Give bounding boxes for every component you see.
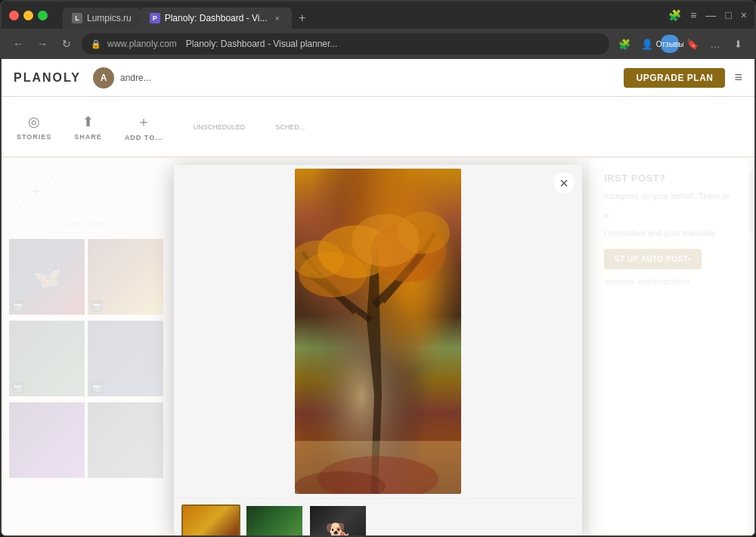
tab-lumpics[interactable]: L Lumpics.ru xyxy=(63,8,141,29)
download-icon[interactable]: ⬇ xyxy=(729,35,747,53)
user-avatar[interactable]: A xyxy=(93,67,114,88)
lumpics-favicon: L xyxy=(72,13,82,23)
lock-icon: 🔒 xyxy=(91,39,101,49)
planoly-favicon: P xyxy=(150,13,160,23)
add-to-button[interactable]: ＋ ADD TO... xyxy=(125,113,163,141)
browser-titlebar: L Lumpics.ru P Planoly: Dashboard - Vi..… xyxy=(2,2,754,29)
tab-close-icon[interactable]: × xyxy=(272,13,283,23)
add-label: ADD TO... xyxy=(125,134,163,141)
feedback-button[interactable]: Отзывы xyxy=(661,35,679,53)
unscheduled-status: UNSCHEDULED xyxy=(194,123,246,131)
back-button[interactable]: ← xyxy=(9,35,27,53)
stories-label: STORIES xyxy=(17,133,51,141)
toolbar-actions: 🧩 👤 Отзывы 🔖 … ⬇ xyxy=(615,35,747,53)
extensions-toolbar-icon[interactable]: 🧩 xyxy=(615,35,634,53)
maximize-window-button[interactable] xyxy=(38,11,48,20)
autumn-tree-image xyxy=(295,169,461,494)
address-bar[interactable]: 🔒 www.planoly.com Planoly: Dashboard - V… xyxy=(82,33,609,54)
thumbnail-3[interactable] xyxy=(308,504,367,535)
minimize-window-button[interactable] xyxy=(23,11,33,20)
modal-container: × xyxy=(174,165,582,535)
share-button[interactable]: ⬆ SHARE xyxy=(74,113,102,141)
planoly-header: PLANOLY A andre... UPGRADE PLAN ≡ xyxy=(2,59,754,97)
thumbnail-2[interactable] xyxy=(245,504,304,535)
address-text: www.planoly.com xyxy=(107,39,177,49)
tab-planoly[interactable]: P Planoly: Dashboard - Vi... × xyxy=(141,8,292,29)
user-name: andre... xyxy=(120,73,151,83)
window-maximize-icon[interactable]: □ xyxy=(725,9,731,21)
main-preview-image xyxy=(295,169,461,494)
stories-button[interactable]: ◎ STORIES xyxy=(17,113,51,141)
scheduled-status: SCHED... xyxy=(275,123,305,131)
modal-overlay: × xyxy=(2,157,754,535)
thumbnail-dog-image xyxy=(310,506,366,535)
header-user-section: A andre... xyxy=(93,67,151,88)
tree-svg-overlay xyxy=(295,169,461,494)
tab-bar: L Lumpics.ru P Planoly: Dashboard - Vi..… xyxy=(63,2,661,29)
page-title-text: Planoly: Dashboard - Visual planner... xyxy=(186,39,338,49)
refresh-button[interactable]: ↻ xyxy=(57,35,76,53)
modal-thumbnails xyxy=(174,498,582,535)
menu-button[interactable]: ≡ xyxy=(690,9,696,21)
close-window-button[interactable] xyxy=(9,11,19,20)
window-close-icon[interactable]: × xyxy=(741,9,747,21)
browser-toolbar: ← → ↻ 🔒 www.planoly.com Planoly: Dashboa… xyxy=(2,29,754,59)
traffic-lights xyxy=(9,11,48,20)
window-minimize-icon[interactable]: — xyxy=(705,9,716,21)
bookmark-icon[interactable]: 🔖 xyxy=(683,35,702,53)
planoly-subheader: ◎ STORIES ⬆ SHARE ＋ ADD TO... UNSCHEDULE… xyxy=(2,97,754,157)
header-menu-icon[interactable]: ≡ xyxy=(734,70,742,85)
modal-close-button[interactable]: × xyxy=(553,172,575,194)
thumbnail-leaves-image xyxy=(183,506,239,535)
thumbnail-1[interactable] xyxy=(181,504,240,535)
profile-icon[interactable]: 👤 xyxy=(638,35,656,53)
svg-point-6 xyxy=(352,214,420,267)
share-label: SHARE xyxy=(74,133,102,141)
upgrade-plan-button[interactable]: UPGRADE PLAN xyxy=(624,68,725,88)
share-icon: ⬆ xyxy=(82,113,94,130)
modal-image-area xyxy=(174,165,582,498)
main-area: + ADD STORY 📷 📷 xyxy=(2,157,754,535)
browser-window: L Lumpics.ru P Planoly: Dashboard - Vi..… xyxy=(0,0,756,537)
page-content: PLANOLY A andre... UPGRADE PLAN ≡ ◎ STOR… xyxy=(2,59,754,535)
add-icon: ＋ xyxy=(137,113,150,131)
forward-button[interactable]: → xyxy=(33,35,51,53)
stories-icon: ◎ xyxy=(28,113,40,130)
extensions-icon[interactable]: 🧩 xyxy=(668,9,681,21)
planoly-logo: PLANOLY xyxy=(14,71,81,85)
tab-planoly-label: Planoly: Dashboard - Vi... xyxy=(165,13,268,23)
tab-lumpics-label: Lumpics.ru xyxy=(87,13,132,23)
new-tab-button[interactable]: + xyxy=(292,8,313,29)
thumbnail-green-image xyxy=(246,506,302,535)
more-options-icon[interactable]: … xyxy=(706,35,724,53)
